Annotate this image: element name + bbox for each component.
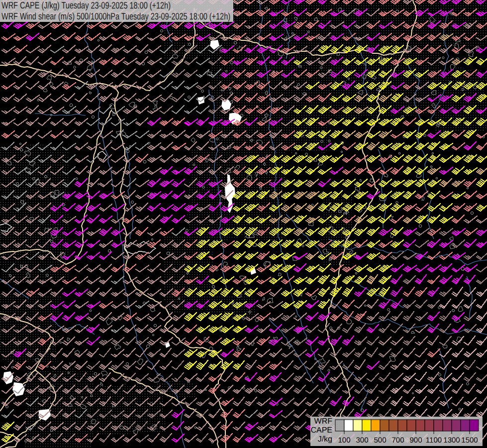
svg-text:WRF CAPE (J/kg) Tuesday 23-09-: WRF CAPE (J/kg) Tuesday 23-09-2025 18:00… — [1, 0, 171, 10]
svg-text:700: 700 — [391, 436, 404, 444]
svg-text:1500: 1500 — [461, 436, 478, 444]
svg-text:WRF Wind shear (m/s) 500/1000h: WRF Wind shear (m/s) 500/1000hPa Tuesday… — [1, 11, 230, 21]
svg-text:900: 900 — [409, 436, 422, 444]
svg-text:1100: 1100 — [426, 436, 442, 444]
svg-text:500: 500 — [374, 436, 386, 444]
svg-text:J/kg: J/kg — [318, 435, 332, 443]
svg-text:100: 100 — [338, 436, 350, 444]
svg-text:WRF: WRF — [314, 417, 333, 425]
svg-text:CAPE: CAPE — [310, 426, 332, 434]
svg-text:300: 300 — [356, 436, 368, 444]
svg-text:1300: 1300 — [443, 436, 460, 444]
